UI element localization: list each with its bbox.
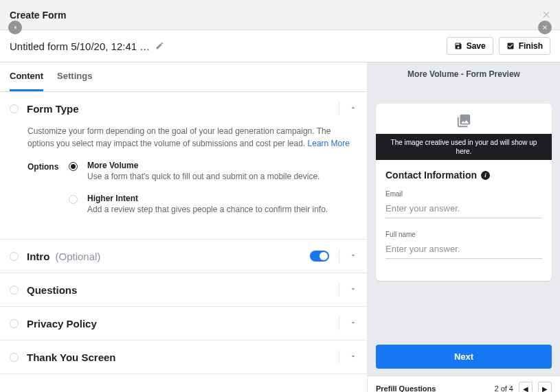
finish-icon	[506, 42, 515, 50]
tabs: Content Settings	[0, 62, 367, 92]
field-full-name: Full name Enter your answer.	[385, 231, 542, 259]
save-button[interactable]: Save	[447, 37, 493, 55]
section-privacy: Privacy Policy	[0, 307, 367, 341]
close-icon	[541, 24, 548, 31]
section-title: Form Type	[27, 103, 339, 115]
radio-unselected[interactable]	[69, 195, 78, 204]
status-indicator	[10, 104, 19, 113]
pager-next-button[interactable]: ▶	[538, 382, 552, 392]
tab-settings[interactable]: Settings	[57, 62, 92, 91]
section-head-intro[interactable]: Intro (Optional)	[0, 240, 367, 273]
left-panel: Content Settings Form Type Customize you…	[0, 62, 368, 392]
card-content: Contact Information i Email Enter your a…	[376, 160, 552, 281]
chevron-down-icon[interactable]	[349, 352, 357, 362]
section-title: Privacy Policy	[27, 318, 339, 330]
info-icon[interactable]: i	[481, 171, 490, 180]
field-email: Email Enter your answer.	[385, 190, 542, 218]
chevron-down-icon[interactable]	[349, 319, 357, 329]
section-body: Customize your form depending on the goa…	[0, 125, 367, 239]
divider	[339, 249, 339, 263]
section-head-privacy[interactable]: Privacy Policy	[0, 307, 367, 340]
chevron-down-icon[interactable]	[349, 251, 357, 262]
tab-content[interactable]: Content	[10, 62, 43, 91]
chevron-up-icon[interactable]	[349, 104, 357, 114]
chevron-down-icon[interactable]	[349, 285, 357, 295]
section-head-thank-you[interactable]: Thank You Screen	[0, 341, 367, 373]
section-title: Questions	[27, 284, 339, 296]
divider	[339, 350, 339, 364]
section-desc: Customize your form depending on the goa…	[27, 125, 357, 150]
modal-header: Create Form ×	[0, 0, 560, 30]
main: Content Settings Form Type Customize you…	[0, 62, 560, 392]
section-title: Intro (Optional)	[27, 251, 310, 262]
pager-prev-button[interactable]: ◀	[519, 382, 533, 392]
radio-selected[interactable]	[69, 162, 78, 171]
page-indicator: 2 of 4	[494, 384, 513, 392]
image-notice: The image creative used in your ad will …	[376, 134, 552, 160]
status-indicator	[10, 319, 19, 328]
card-title: Contact Information i	[385, 170, 542, 181]
status-indicator	[10, 252, 19, 261]
section-intro: Intro (Optional)	[0, 240, 367, 273]
section-thank-you: Thank You Screen	[0, 341, 367, 374]
preview-back-button[interactable]	[8, 21, 22, 34]
section-title: Thank You Screen	[27, 351, 339, 363]
option-list: More Volume Use a form that's quick to f…	[69, 161, 357, 227]
chevron-left-icon	[12, 24, 19, 31]
header-actions: Save Finish	[447, 37, 550, 55]
preview-card: The image creative used in your ad will …	[376, 104, 552, 281]
section-head-form-type[interactable]: Form Type	[0, 92, 367, 125]
save-icon	[454, 42, 462, 50]
divider	[339, 102, 339, 115]
form-name: Untitled form 5/10/20, 12:41 …	[10, 41, 164, 52]
edit-name-icon[interactable]	[155, 41, 164, 52]
email-input[interactable]: Enter your answer.	[385, 200, 542, 218]
next-button[interactable]: Next	[376, 345, 552, 369]
fullname-input[interactable]: Enter your answer.	[385, 241, 542, 259]
finish-button[interactable]: Finish	[499, 37, 550, 55]
options-label: Options	[27, 161, 69, 227]
preview-panel: More Volume - Form Preview The image cre…	[368, 62, 560, 392]
section-form-type: Form Type Customize your form depending …	[0, 92, 367, 240]
options-row: Options More Volume Use a form that's qu…	[27, 161, 357, 227]
divider	[339, 283, 339, 297]
status-indicator	[10, 286, 19, 295]
learn-more-link[interactable]: Learn More	[308, 139, 350, 148]
preview-close-button[interactable]	[538, 21, 552, 34]
modal-title: Create Form	[10, 10, 66, 21]
option-higher-intent[interactable]: Higher Intent Add a review step that giv…	[69, 194, 357, 214]
option-more-volume[interactable]: More Volume Use a form that's quick to f…	[69, 161, 357, 181]
divider	[339, 316, 339, 330]
footer-label: Prefill Questions	[376, 384, 436, 392]
title-bar: Untitled form 5/10/20, 12:41 … Save Fini…	[0, 30, 560, 62]
preview-header: More Volume - Form Preview	[368, 62, 560, 86]
section-questions: Questions	[0, 273, 367, 307]
intro-toggle[interactable]	[310, 251, 329, 262]
preview-footer: Prefill Questions 2 of 4 ◀ ▶	[368, 376, 560, 392]
form-name-text: Untitled form 5/10/20, 12:41 …	[10, 41, 150, 52]
section-head-questions[interactable]: Questions	[0, 273, 367, 306]
status-indicator	[10, 353, 19, 362]
image-placeholder-icon	[376, 104, 552, 134]
preview-body: The image creative used in your ad will …	[368, 86, 560, 376]
